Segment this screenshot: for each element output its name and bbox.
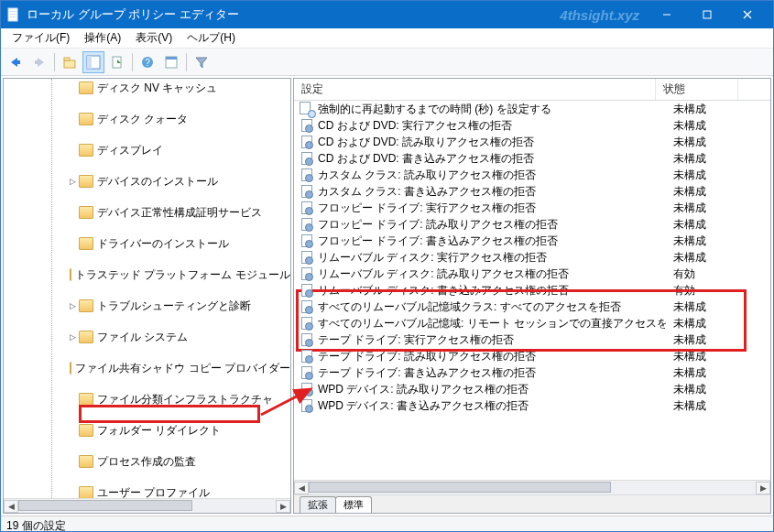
setting-state: 未構成 [666,151,706,167]
tree-item[interactable]: ディスプレイ [4,143,290,157]
policy-setting-icon [300,184,314,199]
menu-help[interactable]: ヘルプ(H) [180,28,243,48]
setting-state: 未構成 [666,201,706,216]
up-button[interactable] [59,51,81,73]
setting-row[interactable]: テープ ドライブ: 書き込みアクセス権の拒否未構成 [294,364,770,381]
tab-standard[interactable]: 標準 [335,496,372,513]
export-button[interactable] [106,51,128,73]
maximize-button[interactable] [687,1,727,28]
setting-name: リムーバブル ディスク: 実行アクセス権の拒否 [318,250,666,266]
window-title: ローカル グループ ポリシー エディター [27,6,560,23]
help-button[interactable]: ? [136,51,158,73]
toolbar-separator [132,53,133,71]
setting-row[interactable]: CD および DVD: 書き込みアクセス権の拒否未構成 [294,150,770,167]
svg-rect-13 [87,56,92,69]
tree-item[interactable]: プロセス作成の監査 [4,454,290,469]
folder-icon [79,486,93,499]
setting-row[interactable]: WPD デバイス: 読み取りアクセス権の拒否未構成 [294,381,770,397]
scroll-left-icon[interactable]: ◀ [294,482,309,494]
tab-extended[interactable]: 拡張 [300,496,336,513]
setting-name: WPD デバイス: 書き込みアクセス権の拒否 [318,398,666,414]
expand-icon[interactable]: ▷ [68,177,77,186]
tree-item[interactable]: ファイル共有シャドウ コピー プロバイダー [4,361,290,375]
svg-rect-11 [64,58,70,60]
tree-item[interactable]: ▷デバイスのインストール [4,174,290,189]
setting-row[interactable]: CD および DVD: 実行アクセス権の拒否未構成 [294,117,770,134]
tree-item[interactable]: ドライバーのインストール [4,236,290,251]
status-bar: 19 個の設定 [1,516,773,532]
svg-rect-3 [10,16,16,17]
setting-state: 未構成 [666,365,706,381]
watermark: 4thsight.xyz [560,7,639,23]
setting-row[interactable]: カスタム クラス: 書き込みアクセス権の拒否未構成 [294,183,770,200]
tree-item[interactable]: デバイス正常性構成証明サービス [4,205,290,220]
setting-row[interactable]: フロッピー ドライブ: 実行アクセス権の拒否未構成 [294,200,770,216]
tree-item[interactable]: フォルダー リダイレクト [4,423,290,438]
tree-item[interactable]: ディスク クォータ [4,112,290,126]
tree-item[interactable]: ▷トラブルシューティングと診断 [4,299,290,313]
policy-setting-icon [300,382,314,396]
policy-setting-icon [300,250,314,265]
tree-hscroll[interactable]: ◀ ▶ [4,498,290,513]
tree-connector-icon [68,395,77,404]
settings-list[interactable]: 強制的に再起動するまでの時間 (秒) を設定する未構成CD および DVD: 実… [294,101,770,480]
setting-state: 未構成 [666,250,706,266]
folder-icon [79,424,93,437]
tree-connector-icon [68,208,77,217]
expand-icon[interactable]: ▷ [68,332,77,342]
setting-row[interactable]: 強制的に再起動するまでの時間 (秒) を設定する未構成 [294,101,770,117]
list-hscroll[interactable]: ◀ ▶ [294,480,770,494]
menu-bar: ファイル(F) 操作(A) 表示(V) ヘルプ(H) [1,28,773,49]
content-area: ディスク NV キャッシュディスク クォータディスプレイ▷デバイスのインストール… [1,76,773,516]
menu-file[interactable]: ファイル(F) [5,28,77,48]
setting-state: 未構成 [666,135,706,150]
tree-item-label: ファイル共有シャドウ コピー プロバイダー [75,361,290,376]
list-scroll-thumb[interactable] [309,482,611,493]
scroll-left-icon[interactable]: ◀ [4,500,18,513]
setting-name: カスタム クラス: 書き込みアクセス権の拒否 [318,184,666,200]
menu-action[interactable]: 操作(A) [77,28,128,48]
column-header-setting[interactable]: 設定 [294,79,656,100]
show-tree-button[interactable] [82,51,104,73]
folder-tree[interactable]: ディスク NV キャッシュディスク クォータディスプレイ▷デバイスのインストール… [4,79,290,513]
expand-icon[interactable]: ▷ [68,301,77,310]
filter-button[interactable] [191,51,213,73]
back-button[interactable] [5,51,27,73]
tree-item[interactable]: トラステッド プラットフォーム モジュール サ [4,267,290,282]
setting-row[interactable]: リムーバブル ディスク: 読み取りアクセス権の拒否有効 [294,266,770,282]
list-pane: 設定 状態 強制的に再起動するまでの時間 (秒) を設定する未構成CD および … [293,78,771,514]
setting-state: 有効 [666,266,695,282]
forward-button[interactable] [28,51,50,73]
scroll-right-icon[interactable]: ▶ [276,500,290,513]
setting-row[interactable]: フロッピー ドライブ: 書き込みアクセス権の拒否未構成 [294,233,770,249]
close-button[interactable] [727,1,768,28]
tree-item-label: ドライバーのインストール [97,236,229,252]
folder-icon [79,237,93,250]
column-header-state[interactable]: 状態 [656,79,738,100]
scroll-right-icon[interactable]: ▶ [756,482,770,494]
setting-row[interactable]: リムーバブル ディスク: 実行アクセス権の拒否未構成 [294,249,770,266]
setting-name: フロッピー ドライブ: 実行アクセス権の拒否 [318,201,666,216]
svg-rect-10 [64,60,75,68]
setting-row[interactable]: CD および DVD: 読み取りアクセス権の拒否未構成 [294,134,770,150]
highlight-tree-annotation [79,405,260,423]
title-bar: ローカル グループ ポリシー エディター 4thsight.xyz [1,1,773,28]
policy-setting-icon [300,332,314,347]
setting-state: 未構成 [666,184,706,200]
folder-icon [79,175,93,188]
tree-item[interactable]: ▷ファイル システム [4,330,290,344]
setting-name: CD および DVD: 読み取りアクセス権の拒否 [318,135,666,150]
policy-setting-icon [300,349,314,364]
tree-item[interactable]: ディスク NV キャッシュ [4,81,290,95]
setting-row[interactable]: WPD デバイス: 書き込みアクセス権の拒否未構成 [294,397,770,414]
setting-row[interactable]: カスタム クラス: 読み取りアクセス権の拒否未構成 [294,167,770,183]
policy-setting-icon [300,365,314,380]
properties-button[interactable] [160,51,182,73]
policy-setting-icon [300,233,314,248]
setting-row[interactable]: フロッピー ドライブ: 読み取りアクセス権の拒否未構成 [294,216,770,233]
policy-setting-icon [300,283,314,298]
tree-scroll-thumb[interactable] [18,500,192,511]
menu-view[interactable]: 表示(V) [128,28,180,48]
minimize-button[interactable] [647,1,687,28]
folder-icon [79,299,93,312]
